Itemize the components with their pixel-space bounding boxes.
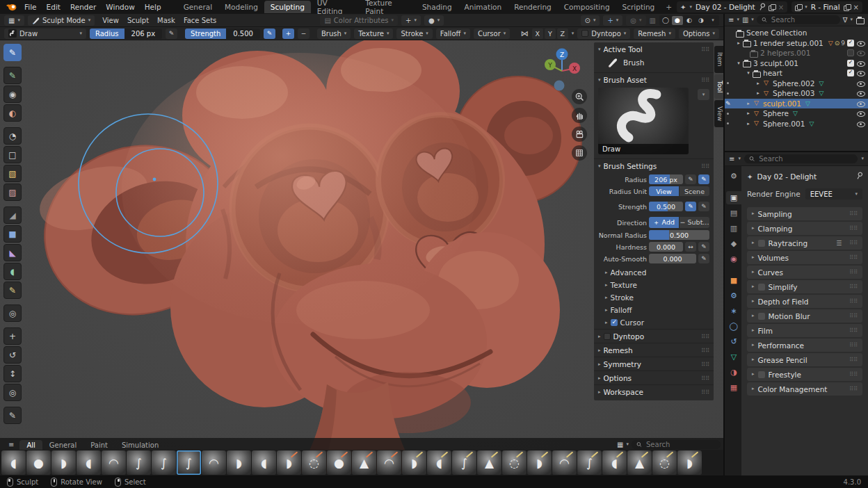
tool-button[interactable]: + — [3, 327, 22, 345]
dyntopo-checkbox[interactable] — [581, 30, 588, 37]
radius-field[interactable]: Radius 206 px — [90, 29, 162, 39]
viewport-menu[interactable]: Mask — [153, 16, 179, 25]
expander-icon[interactable] — [755, 90, 762, 96]
shading-material-icon[interactable]: ◐ — [684, 16, 695, 25]
viewport-menu[interactable]: Sculpt — [123, 16, 153, 25]
brush-thumbnail[interactable]: ▲ — [352, 450, 376, 475]
outliner-row[interactable]: ✎ sculpt.001 ▽ ▽ ⊙ — [725, 99, 868, 109]
blender-logo-icon[interactable] — [6, 3, 17, 11]
brush-settings-panel-header[interactable]: ▾Brush Settings⠿⠿ — [594, 159, 714, 172]
render-engine-dropdown[interactable]: EEVEE ▾ — [805, 188, 862, 200]
filter-icon[interactable]: ∇ — [843, 16, 848, 24]
selectability-checkbox[interactable] — [847, 60, 854, 67]
direction-add-button[interactable]: + — [282, 29, 294, 39]
remesh-popover[interactable]: Remesh▾ — [634, 29, 675, 39]
navigation-gizmo[interactable]: Z Y X — [542, 46, 581, 93]
workspace-tab[interactable]: General — [177, 1, 218, 13]
visibility-eye-icon[interactable] — [856, 79, 865, 87]
direction-subtract-button[interactable]: − — [298, 29, 310, 39]
strength-pen-button[interactable]: ✎ — [264, 29, 275, 39]
list-icon[interactable]: ☰ — [836, 240, 842, 247]
tool-button[interactable]: ✎ — [3, 407, 22, 424]
panel-drag-handle[interactable]: ⠿⠿ — [849, 386, 858, 392]
radius-pen-button[interactable]: ✎ — [166, 29, 177, 39]
view-layer-selector[interactable]: ▾ R - Final × — [791, 1, 862, 13]
properties-panel-header[interactable]: ▸ Volumes ☰ ⠿⠿ — [747, 251, 862, 264]
brush-thumbnail[interactable]: ◖ — [252, 450, 276, 475]
shelf-search[interactable] — [632, 440, 721, 449]
sidebar-panel-header[interactable]: ▸ Symmetry ⠿⠿ — [594, 357, 714, 371]
popover-button[interactable]: Stroke▾ — [396, 29, 432, 39]
brush-thumbnail[interactable]: ∫ — [452, 450, 476, 475]
visibility-eye-icon[interactable] — [856, 90, 865, 97]
gizmos-dropdown[interactable]: +▾ — [603, 15, 622, 26]
brush-thumbnail[interactable]: ◠ — [377, 450, 401, 475]
properties-tab[interactable]: ∗ — [726, 304, 741, 318]
zoom-icon[interactable] — [572, 89, 587, 104]
outliner-row[interactable]: ✎ Scene Collection ▽ ▽ ⊙ — [725, 28, 868, 38]
ortho-grid-icon[interactable] — [572, 145, 587, 161]
hardness-pressure-button[interactable]: ✎ — [698, 242, 709, 252]
viewport-menu[interactable]: View — [98, 16, 123, 25]
brush-thumbnail[interactable]: ◗ — [51, 450, 76, 475]
workspace-tab[interactable]: Sculpting — [264, 1, 311, 13]
proportional-edit-dropdown[interactable]: ●▾ — [424, 15, 444, 26]
panel-drag-handle[interactable]: ⠿⠿ — [849, 284, 858, 290]
brush-preview[interactable]: Draw — [598, 88, 689, 154]
brush-thumbnail[interactable]: ◌ — [502, 450, 527, 475]
tool-button[interactable]: ▧ — [3, 165, 22, 182]
properties-panel-header[interactable]: ▸ Simplify ☰ ⠿⠿ — [747, 280, 862, 293]
outliner-row[interactable]: ✎ 1 render setup.001 ▽ ▽ ⊙ 9 — [725, 38, 868, 49]
properties-panel-header[interactable]: ▸ Color Management ☰ ⠿⠿ — [747, 382, 862, 396]
outliner-row[interactable]: ✎ Sphere ▽ ▽ ⊙ — [725, 108, 868, 119]
topbar-menu[interactable]: Render — [65, 1, 101, 13]
brush-asset-panel-header[interactable]: ▾Brush Asset⠿⠿ — [594, 73, 714, 86]
panel-drag-handle[interactable]: ⠿⠿ — [701, 375, 709, 382]
brush-asset-dropdown[interactable]: ▾ — [698, 89, 709, 100]
radius-slider[interactable]: 206 px — [649, 174, 683, 184]
hardness-invert-button[interactable]: ↔ — [685, 242, 696, 252]
panel-drag-handle[interactable]: ⠿⠿ — [849, 254, 858, 261]
properties-tab[interactable]: ◆ — [726, 237, 741, 250]
tool-button[interactable]: □ — [3, 146, 22, 163]
strength-pressure-button[interactable]: ✎ — [698, 202, 709, 211]
brush-thumbnail[interactable]: ● — [327, 450, 351, 475]
expander-icon[interactable] — [745, 101, 752, 106]
properties-panel-header[interactable]: ▸ Depth of Field ☰ ⠿⠿ — [747, 295, 862, 308]
popover-button[interactable]: Texture▾ — [354, 29, 393, 39]
properties-tab[interactable]: ■ — [726, 274, 741, 287]
properties-tab[interactable]: ◑ — [726, 366, 741, 379]
radius-animate-button[interactable]: ✎ — [685, 174, 696, 184]
brush-subpanel-header[interactable]: ▸ Falloff — [594, 304, 714, 316]
tool-button[interactable]: ◣ — [3, 244, 22, 261]
properties-panel-header[interactable]: ▸ Sampling ☰ ⠿⠿ — [747, 207, 862, 220]
pin-icon[interactable] — [759, 3, 765, 11]
auto-smooth-pressure-button[interactable]: ✎ — [698, 254, 709, 263]
properties-options-icon[interactable]: ▾ — [861, 156, 864, 161]
workspace-tab[interactable]: Shading — [416, 1, 458, 13]
outliner-display-mode-icon[interactable]: ▥ — [742, 16, 748, 24]
options-popover[interactable]: Options▾ — [679, 29, 719, 39]
panel-drag-handle[interactable]: ⠿⠿ — [701, 348, 709, 354]
strength-animate-button[interactable]: ✎ — [685, 202, 696, 211]
tool-button[interactable]: ◎ — [3, 304, 22, 322]
topbar-menu[interactable]: File — [19, 1, 42, 13]
brush-thumbnail[interactable]: ◖ — [602, 450, 627, 475]
properties-panel-header[interactable]: ▸ Film ☰ ⠿⠿ — [747, 324, 862, 337]
remove-view-layer-icon[interactable]: × — [853, 3, 859, 11]
tool-button[interactable]: ↺ — [3, 346, 22, 364]
properties-panel-header[interactable]: ▸ Motion Blur ☰ ⠿⠿ — [747, 309, 862, 323]
properties-panel-header[interactable]: ▸ Curves ☰ ⠿⠿ — [747, 266, 862, 279]
tool-button[interactable]: ✎ — [3, 67, 22, 84]
panel-drag-handle[interactable]: ⠿⠿ — [701, 361, 709, 368]
selectability-checkbox[interactable] — [847, 40, 854, 47]
shelf-menu-icon[interactable]: ≡ — [3, 441, 19, 450]
new-view-layer-icon[interactable] — [844, 4, 850, 10]
panel-drag-handle[interactable]: ⠿⠿ — [849, 327, 858, 334]
visibility-eye-icon[interactable] — [856, 70, 865, 77]
outliner-editor-icon[interactable]: ≡ — [728, 16, 734, 24]
outliner-search-input[interactable] — [770, 15, 835, 24]
panel-drag-handle[interactable]: ⠿⠿ — [701, 389, 709, 396]
tool-button[interactable]: ↕ — [3, 365, 22, 382]
dyntopo-toggle[interactable]: Dyntopo▾ — [577, 29, 630, 39]
